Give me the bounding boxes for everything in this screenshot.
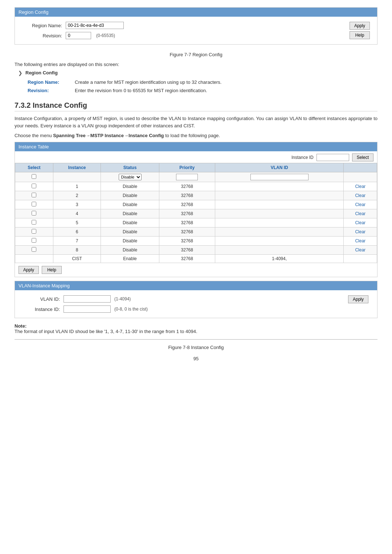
row3-clear-link[interactable]: Clear (355, 202, 366, 207)
row5-clear: Clear (344, 218, 377, 227)
row1-check (15, 182, 53, 191)
row2-clear: Clear (344, 191, 377, 200)
col-status: Status (101, 163, 159, 172)
region-name-input[interactable] (66, 22, 124, 29)
col-select: Select (15, 163, 53, 172)
instance-apply-button[interactable]: Apply (19, 266, 39, 274)
row2-instance: 2 (53, 191, 101, 200)
row1-clear: Clear (344, 182, 377, 191)
row8-checkbox[interactable] (32, 247, 36, 252)
revision-label: Revision: (22, 33, 62, 38)
filter-checkbox[interactable] (32, 174, 36, 179)
row7-checkbox[interactable] (32, 238, 36, 243)
row2-checkbox[interactable] (32, 193, 36, 197)
instance-select-button[interactable]: Select (352, 153, 373, 161)
region-help-button[interactable]: Help (350, 31, 370, 39)
field-desc-row-2: Revision: Enter the revision from 0 to 6… (25, 86, 377, 95)
note-section: Note: The format of input VLAN ID shoud … (15, 323, 377, 334)
table-row: 7 Disable 32768 Clear (15, 237, 377, 246)
row8-clear-link[interactable]: Clear (355, 247, 366, 253)
row7-vlan (215, 237, 344, 246)
filter-priority-input[interactable] (176, 174, 198, 180)
cist-vlan: 1-4094, (215, 255, 344, 263)
vlan-fields: VLAN ID: (1-4094) Instance ID: (0-8, 0 i… (24, 295, 148, 313)
instance-id-row-vlan: Instance ID: (0-8, 0 is the cist) (24, 305, 148, 313)
filter-vlan-input[interactable] (250, 174, 309, 180)
row6-clear-link[interactable]: Clear (355, 229, 366, 234)
row1-priority: 32768 (159, 182, 215, 191)
section-divider (15, 339, 377, 340)
instance-help-button[interactable]: Help (42, 266, 62, 274)
field-desc-revision: Enter the revision from 0 to 65535 for M… (73, 86, 377, 95)
row6-status: Disable (101, 227, 159, 237)
revision-input[interactable] (66, 32, 91, 39)
instance-id-input[interactable] (317, 154, 349, 161)
row2-clear-link[interactable]: Clear (355, 193, 366, 198)
row1-instance: 1 (53, 182, 101, 191)
filter-status-cell: Disable Enable (101, 172, 159, 182)
table-row: 5 Disable 32768 Clear (15, 218, 377, 227)
row6-vlan (215, 227, 344, 237)
section-number: 7.3.2 (15, 101, 33, 109)
row5-checkbox[interactable] (32, 220, 36, 225)
table-row: 2 Disable 32768 Clear (15, 191, 377, 200)
filter-check-cell (15, 172, 53, 182)
field-desc-row-1: Region Name: Create a name for MST regio… (25, 78, 377, 86)
row5-clear-link[interactable]: Clear (355, 220, 366, 225)
row4-instance: 4 (53, 209, 101, 218)
row6-checkbox[interactable] (32, 229, 36, 234)
row8-vlan (215, 246, 344, 255)
region-config-body: Region Name: Revision: (0-65535) Apply H… (15, 17, 377, 44)
row2-vlan (215, 191, 344, 200)
row5-priority: 32768 (159, 218, 215, 227)
cist-select-cell (15, 255, 53, 263)
field-label-revision: Revision: (25, 86, 73, 95)
col-action (344, 163, 377, 172)
instance-data-table: Select Instance Status Priority VLAN ID … (15, 163, 377, 263)
row3-checkbox[interactable] (32, 202, 36, 206)
row7-clear-link[interactable]: Clear (355, 238, 366, 243)
cist-row: CIST Enable 32768 1-4094, (15, 255, 377, 263)
figure8-caption: Figure 7-8 Instance Config (15, 345, 377, 350)
instance-id-row: Instance ID Select (15, 151, 377, 163)
field-label-region-name: Region Name: (25, 78, 73, 86)
region-name-row: Region Name: (22, 22, 124, 29)
intro-text: The following entries are displayed on t… (15, 62, 377, 67)
row3-status: Disable (101, 200, 159, 209)
region-config-header: Region Config (15, 8, 377, 17)
table-row: 3 Disable 32768 Clear (15, 200, 377, 209)
row7-instance: 7 (53, 237, 101, 246)
filter-status-select[interactable]: Disable Enable (119, 174, 142, 180)
row1-clear-link[interactable]: Clear (355, 184, 366, 189)
instance-table-header: Instance Table (15, 142, 377, 151)
filter-action-cell (344, 172, 377, 182)
row1-checkbox[interactable] (32, 184, 36, 188)
instance-id-label-vlan: Instance ID: (24, 307, 60, 312)
row3-check (15, 200, 53, 209)
region-config-section: ❯ Region Config (18, 70, 377, 76)
vlan-mapping-header: VLAN-Instance Mapping (15, 281, 377, 290)
instance-id-field[interactable] (64, 305, 111, 313)
revision-hint: (0-65535) (96, 33, 115, 38)
row4-checkbox[interactable] (32, 211, 36, 216)
cist-action (344, 255, 377, 263)
vlan-id-field[interactable] (64, 295, 111, 303)
nav-instruction: Choose the menu Spanning Tree→MSTP Insta… (15, 133, 377, 138)
instance-config-body: Instance Configuration, a property of MS… (15, 115, 377, 129)
region-apply-button[interactable]: Apply (350, 22, 370, 30)
row4-clear-link[interactable]: Clear (355, 211, 366, 216)
row4-check (15, 209, 53, 218)
vlan-mapping-apply-button[interactable]: Apply (348, 295, 368, 303)
row8-clear: Clear (344, 246, 377, 255)
row4-clear: Clear (344, 209, 377, 218)
table-row: 4 Disable 32768 Clear (15, 209, 377, 218)
section-title: Instance Config (33, 101, 87, 109)
row3-instance: 3 (53, 200, 101, 209)
row6-check (15, 227, 53, 237)
row7-clear: Clear (344, 237, 377, 246)
vlan-id-hint: (1-4094) (114, 296, 131, 301)
row8-instance: 8 (53, 246, 101, 255)
field-desc-region-name: Create a name for MST region identificat… (73, 78, 377, 86)
nav-instruction-strong: Spanning Tree→MSTP Instance→Instance Con… (53, 133, 164, 138)
instance-apply-row: Apply Help (15, 263, 377, 277)
